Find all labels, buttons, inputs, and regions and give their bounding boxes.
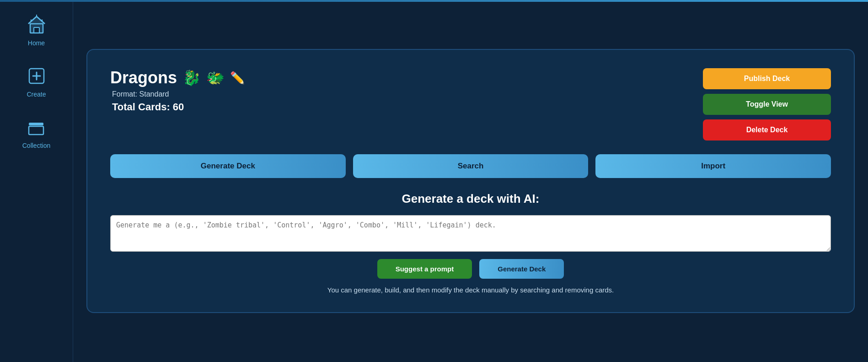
- generate-deck-button[interactable]: Generate Deck: [479, 259, 564, 279]
- deck-title: Dragons: [110, 68, 177, 87]
- svg-rect-9: [29, 123, 43, 125]
- svg-rect-2: [34, 27, 39, 33]
- collection-icon: [25, 116, 47, 138]
- toggle-view-button[interactable]: Toggle View: [703, 94, 831, 115]
- tab-import[interactable]: Import: [595, 154, 831, 178]
- sidebar-item-collection[interactable]: Collection: [22, 116, 50, 149]
- tab-generate-deck[interactable]: Generate Deck: [110, 154, 346, 178]
- deck-title-row: Dragons 🐉 🐲 ✏️: [110, 68, 245, 87]
- deck-emoji1: 🐉: [182, 69, 201, 86]
- svg-point-4: [30, 20, 32, 21]
- deck-total: Total Cards: 60: [112, 101, 184, 113]
- tab-buttons: Generate Deck Search Import: [110, 154, 831, 178]
- publish-button[interactable]: Publish Deck: [703, 68, 831, 89]
- deck-emoji2: 🐲: [206, 69, 225, 86]
- sidebar-collection-label: Collection: [22, 142, 50, 149]
- create-icon: [26, 65, 48, 87]
- sidebar: Home Create Collection: [0, 0, 73, 362]
- ai-buttons: Suggest a prompt Generate Deck: [110, 259, 831, 279]
- sidebar-create-label: Create: [27, 91, 46, 98]
- top-bar: [0, 0, 868, 2]
- svg-rect-10: [29, 126, 43, 135]
- tab-search[interactable]: Search: [353, 154, 589, 178]
- home-icon: [26, 14, 48, 36]
- ai-section: Generate a deck with AI: Suggest a promp…: [110, 192, 831, 294]
- suggest-prompt-button[interactable]: Suggest a prompt: [377, 259, 472, 279]
- sidebar-item-create[interactable]: Create: [26, 65, 48, 98]
- edit-icon[interactable]: ✏️: [230, 71, 245, 85]
- main-content: Dragons 🐉 🐲 ✏️ Format: Standard Total Ca…: [73, 0, 868, 362]
- sidebar-item-home[interactable]: Home: [26, 14, 48, 47]
- ai-prompt-textarea[interactable]: [110, 215, 831, 252]
- sidebar-home-label: Home: [28, 39, 45, 47]
- ai-hint: You can generate, build, and then modify…: [327, 286, 614, 294]
- deck-format: Format: Standard: [112, 90, 169, 98]
- svg-marker-0: [28, 16, 45, 33]
- delete-deck-button[interactable]: Delete Deck: [703, 119, 831, 140]
- deck-info: Dragons 🐉 🐲 ✏️ Format: Standard Total Ca…: [110, 68, 245, 113]
- svg-point-5: [41, 20, 43, 21]
- top-section: Dragons 🐉 🐲 ✏️ Format: Standard Total Ca…: [110, 68, 831, 140]
- action-buttons: Publish Deck Toggle View Delete Deck: [703, 68, 831, 140]
- deck-panel: Dragons 🐉 🐲 ✏️ Format: Standard Total Ca…: [86, 49, 855, 313]
- ai-title: Generate a deck with AI:: [402, 192, 539, 206]
